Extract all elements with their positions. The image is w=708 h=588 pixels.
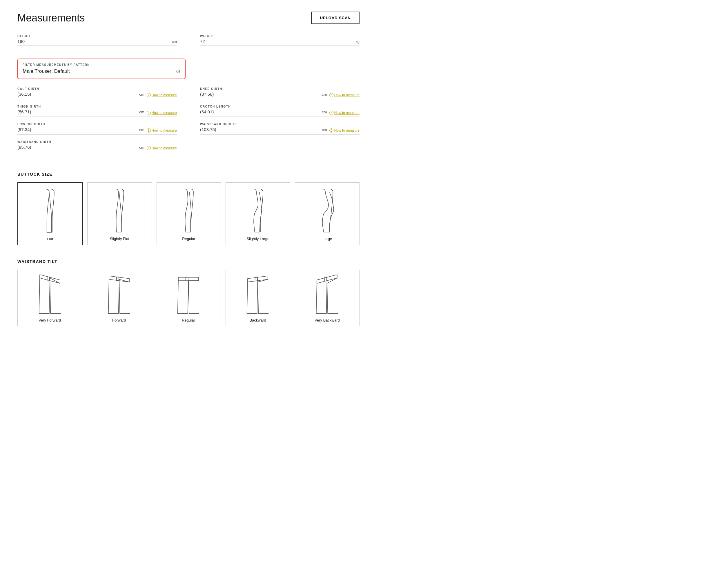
field-value: (64.01) [200, 109, 320, 114]
field-row: (36.15) cm ?How to measure [18, 92, 177, 99]
field-label: CALF GIRTH [18, 87, 177, 90]
how-to-measure-link[interactable]: ?How to measure [147, 111, 177, 115]
page-header: Measurements UPLOAD SCAN [18, 11, 359, 24]
field-label: KNEE GIRTH [200, 87, 359, 90]
question-icon: ? [329, 93, 333, 97]
field-value: (85.76) [18, 145, 137, 150]
question-icon: ? [147, 111, 151, 115]
height-field: HEIGHT 180 cm [18, 34, 177, 46]
buttock-option-label: Regular [182, 237, 196, 241]
buttock-option-label: Flat [47, 237, 53, 241]
field-unit: cm [322, 92, 327, 96]
measurement-field: THIGH GIRTH (56.71) cm ?How to measure [18, 105, 177, 117]
detailed-measurements: CALF GIRTH (36.15) cm ?How to measure TH… [18, 87, 359, 158]
buttock-size-section: BUTTOCK SIZE FlatSlightly FlatRegularSli… [18, 172, 359, 245]
waistband-section-title: WAISTBAND TILT [18, 259, 359, 264]
question-icon: ? [147, 93, 151, 97]
field-label: THIGH GIRTH [18, 105, 177, 108]
field-value: (97.34) [18, 127, 137, 132]
buttock-section-title: BUTTOCK SIZE [18, 172, 359, 177]
svg-marker-4 [178, 277, 199, 281]
upload-scan-button[interactable]: UPLOAD SCAN [312, 11, 359, 24]
field-label: WAISTBAND GIRTH [18, 140, 177, 144]
page-title: Measurements [18, 12, 85, 24]
field-unit: cm [139, 145, 144, 150]
waistband-option-label: Very Forward [38, 318, 61, 322]
buttock-option[interactable]: Slightly Large [226, 182, 290, 245]
measurement-field: LOW HIP GIRTH (97.34) cm ?How to measure [18, 123, 177, 135]
filter-label: FILTER MEASUREMENTS BY PATTERN [23, 63, 180, 66]
field-value: (36.15) [18, 92, 137, 96]
weight-field: WEIGHT 72 kg [200, 34, 359, 46]
buttock-option[interactable]: Large [295, 182, 359, 245]
measurement-field: CROTCH LENGTH (64.01) cm ?How to measure [200, 105, 359, 117]
field-row: (64.01) cm ?How to measure [200, 109, 359, 117]
field-label: LOW HIP GIRTH [18, 123, 177, 126]
svg-rect-5 [186, 277, 188, 281]
waistband-option-label: Very Backward [315, 318, 340, 322]
field-label: WAISTBAND HEIGHT [200, 123, 359, 126]
question-icon: ? [329, 111, 333, 115]
waistband-option[interactable]: Forward [87, 270, 151, 326]
buttock-options-row: FlatSlightly FlatRegularSlightly LargeLa… [18, 182, 359, 245]
field-row: (85.76) cm ?How to measure [18, 145, 177, 152]
buttock-option-label: Slightly Large [246, 237, 269, 241]
waistband-option-label: Regular [182, 318, 195, 322]
question-icon: ? [147, 128, 151, 133]
how-to-measure-link[interactable]: ?How to measure [147, 93, 177, 97]
waistband-option[interactable]: Very Forward [18, 270, 82, 326]
buttock-option-label: Slightly Flat [110, 237, 129, 241]
field-value: (103.75) [200, 127, 320, 132]
field-label: CROTCH LENGTH [200, 105, 359, 108]
measurement-field: WAISTBAND HEIGHT (103.75) cm ?How to mea… [200, 123, 359, 135]
waistband-option[interactable]: Backward [226, 270, 290, 326]
measurement-field: KNEE GIRTH (37.68) cm ?How to measure [200, 87, 359, 99]
field-row: (56.71) cm ?How to measure [18, 109, 177, 117]
how-to-measure-link[interactable]: ?How to measure [329, 128, 359, 133]
field-value: (56.71) [18, 109, 137, 114]
measurement-field: CALF GIRTH (36.15) cm ?How to measure [18, 87, 177, 99]
basic-measurements: HEIGHT 180 cm WEIGHT 72 kg [18, 34, 359, 52]
measurement-field: WAISTBAND GIRTH (85.76) cm ?How to measu… [18, 140, 177, 152]
field-row: (97.34) cm ?How to measure [18, 127, 177, 135]
waistband-option-label: Backward [249, 318, 266, 322]
field-unit: cm [322, 110, 327, 114]
height-value: 180 [18, 39, 170, 44]
how-to-measure-link[interactable]: ?How to measure [147, 146, 177, 150]
weight-label: WEIGHT [200, 34, 359, 38]
how-to-measure-link[interactable]: ?How to measure [329, 93, 359, 97]
field-row: (37.68) cm ?How to measure [200, 92, 359, 99]
height-label: HEIGHT [18, 34, 177, 38]
buttock-option[interactable]: Slightly Flat [87, 182, 152, 245]
field-row: (103.75) cm ?How to measure [200, 127, 359, 135]
how-to-measure-link[interactable]: ?How to measure [147, 128, 177, 133]
waistband-options-row: Very ForwardForwardRegularBackwardVery B… [18, 270, 359, 326]
field-unit: cm [139, 110, 144, 114]
waistband-tilt-section: WAISTBAND TILT Very ForwardForwardRegula… [18, 259, 359, 326]
field-unit: cm [139, 92, 144, 96]
waistband-option[interactable]: Very Backward [295, 270, 359, 326]
weight-value: 72 [200, 39, 353, 44]
waistband-option-label: Forward [112, 318, 126, 322]
buttock-option[interactable]: Regular [156, 182, 221, 245]
waistband-option[interactable]: Regular [156, 270, 220, 326]
question-icon: ? [329, 128, 333, 133]
height-unit: cm [172, 39, 177, 44]
chevron-down-icon: ⊙ [176, 68, 180, 75]
question-icon: ? [147, 146, 151, 150]
how-to-measure-link[interactable]: ?How to measure [329, 111, 359, 115]
weight-unit: kg [355, 39, 359, 44]
field-value: (37.68) [200, 92, 320, 96]
field-unit: cm [322, 127, 327, 132]
buttock-option-label: Large [322, 237, 332, 241]
filter-value-row: Male Trouser: Default ⊙ [23, 68, 180, 75]
buttock-option[interactable]: Flat [18, 182, 83, 245]
field-unit: cm [139, 127, 144, 132]
filter-pattern-box[interactable]: FILTER MEASUREMENTS BY PATTERN Male Trou… [18, 59, 185, 79]
filter-value: Male Trouser: Default [23, 68, 70, 74]
